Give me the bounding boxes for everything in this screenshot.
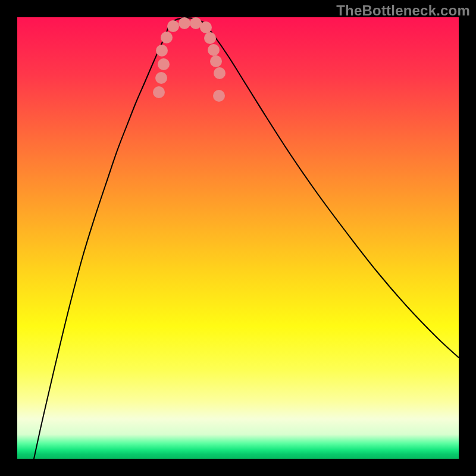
marker-dot xyxy=(210,55,222,67)
marker-dot xyxy=(213,90,225,102)
curve-series-group xyxy=(34,18,459,459)
series-right-curve xyxy=(203,22,459,358)
marker-dot xyxy=(208,44,220,56)
marker-dot xyxy=(214,67,226,79)
plot-area xyxy=(17,17,459,459)
marker-dot xyxy=(153,86,165,98)
marker-dot xyxy=(155,72,167,84)
series-left-curve xyxy=(34,23,170,459)
curve-overlay xyxy=(17,17,459,459)
marker-group xyxy=(153,17,226,102)
marker-dot xyxy=(156,45,168,57)
marker-dot xyxy=(178,17,190,29)
marker-dot xyxy=(204,32,216,44)
watermark-text: TheBottleneck.com xyxy=(336,2,470,19)
marker-dot xyxy=(200,21,212,33)
chart-frame: TheBottleneck.com xyxy=(0,0,476,476)
marker-dot xyxy=(158,58,170,70)
marker-dot xyxy=(167,20,179,32)
marker-dot xyxy=(161,32,173,43)
